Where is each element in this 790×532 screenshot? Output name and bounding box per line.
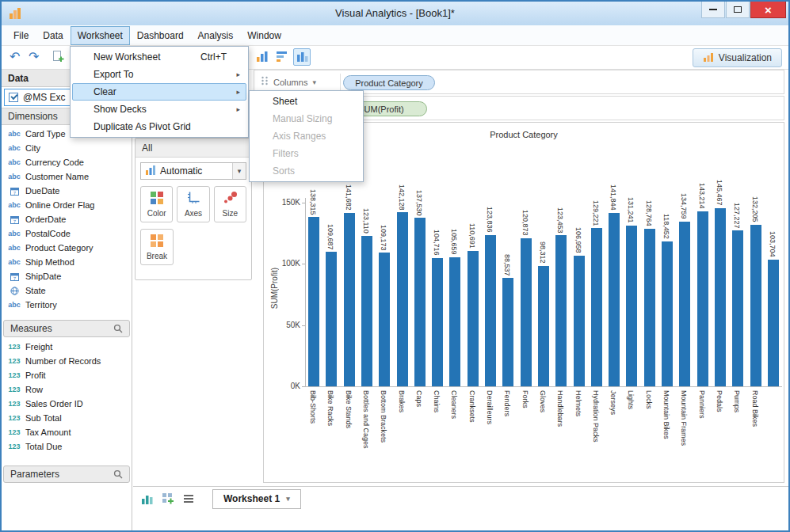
bar[interactable]	[574, 256, 585, 386]
new-grid-icon[interactable]	[162, 492, 174, 505]
field-label: Sub Total	[25, 413, 62, 423]
bar[interactable]	[502, 278, 513, 386]
bar[interactable]	[697, 211, 708, 387]
minimize-button[interactable]	[701, 2, 725, 18]
close-button[interactable]: ×	[750, 2, 786, 18]
bar-value-label: 118,452	[662, 214, 670, 239]
bar[interactable]	[679, 222, 690, 386]
chevron-down-icon[interactable]: ▾	[312, 78, 316, 86]
bar[interactable]	[591, 228, 602, 386]
bar[interactable]	[432, 258, 443, 386]
measures-header: Measures	[3, 320, 130, 337]
dimension-shipdate[interactable]: 7ShipDate	[2, 269, 132, 283]
bar[interactable]	[326, 252, 337, 386]
bar[interactable]	[468, 251, 479, 386]
bar[interactable]	[449, 257, 460, 386]
dimension-customer-name[interactable]: abcCustomer Name	[2, 169, 132, 184]
bar-value-label: 106,958	[574, 227, 582, 253]
menu-item-export-to[interactable]: Export To▸	[72, 66, 246, 83]
menubar-item-data[interactable]: Data	[36, 26, 70, 45]
measure-total-due[interactable]: 123Total Due	[2, 439, 132, 454]
deck-button-break[interactable]: Break	[140, 229, 174, 265]
bar[interactable]	[485, 235, 496, 387]
search-icon[interactable]	[113, 469, 123, 479]
bar[interactable]	[344, 213, 355, 386]
bar[interactable]	[538, 266, 549, 386]
dimension-online-order-flag[interactable]: abcOnline Order Flag	[2, 198, 132, 212]
redo-button[interactable]: ↷	[29, 49, 39, 64]
bar-value-label: 132,205	[751, 196, 759, 222]
pill-product-category[interactable]: Product Category	[343, 75, 435, 90]
dimension-orderdate[interactable]: 7OrderDate	[2, 212, 132, 226]
dimension-duedate[interactable]: 7DueDate	[2, 184, 132, 198]
visualization-button[interactable]: Visualization	[693, 48, 782, 67]
bar[interactable]	[414, 218, 426, 386]
submenu-item-sheet[interactable]: Sheet	[251, 93, 361, 110]
menubar-item-file[interactable]: File	[6, 26, 36, 45]
bar[interactable]	[397, 212, 408, 386]
bar[interactable]	[662, 241, 673, 386]
menu-item-clear[interactable]: Clear▸	[72, 83, 246, 101]
drag-handle-icon[interactable]	[261, 76, 269, 88]
bar[interactable]	[361, 236, 372, 386]
menubar-item-worksheet[interactable]: Worksheet	[71, 26, 130, 45]
field-label: Currency Code	[25, 158, 84, 167]
bar[interactable]	[644, 229, 655, 386]
menu-item-duplicate-as-pivot-grid[interactable]: Duplicate As Pivot Grid	[72, 118, 246, 135]
menubar-item-analysis[interactable]: Analysis	[191, 26, 241, 45]
chevron-down-icon[interactable]: ▾	[232, 163, 246, 179]
clear-submenu: SheetManual SizingAxis RangesFiltersSort…	[249, 90, 364, 182]
toolbar-chart-button-2[interactable]	[273, 48, 291, 66]
checkbox-checked-icon[interactable]	[9, 93, 18, 102]
measure-sales-order-id[interactable]: 123Sales Order ID	[2, 397, 132, 411]
search-icon[interactable]	[113, 324, 123, 333]
measure-freight[interactable]: 123Freight	[2, 340, 132, 354]
deck-mode-select[interactable]: Automatic ▾	[140, 162, 246, 180]
dimension-territory[interactable]: abcTerritory	[2, 298, 132, 312]
menu-item-label: New Worksheet	[94, 51, 160, 63]
bar[interactable]	[379, 253, 390, 386]
new-page-button[interactable]	[49, 48, 67, 66]
bar[interactable]	[768, 260, 779, 386]
bar[interactable]	[609, 213, 620, 386]
measure-row[interactable]: 123Row	[2, 382, 132, 397]
x-axis-label: Chains	[433, 390, 441, 412]
deck-button-color[interactable]: Color	[140, 186, 173, 222]
toolbar-chart-button-1[interactable]	[254, 48, 271, 66]
menubar-item-dashboard[interactable]: Dashboard	[130, 26, 191, 45]
bar[interactable]	[521, 238, 532, 386]
list-view-icon[interactable]	[182, 492, 195, 505]
deck-button-size[interactable]: Size	[214, 186, 246, 222]
measure-profit[interactable]: 123Profit	[2, 368, 132, 382]
menu-item-show-decks[interactable]: Show Decks▸	[72, 101, 246, 118]
dimension-city[interactable]: abcCity	[2, 141, 132, 155]
dimension-state[interactable]: State	[2, 283, 132, 298]
bar[interactable]	[715, 208, 726, 386]
new-worksheet-chart-icon[interactable]	[141, 492, 154, 505]
measure-tax-amount[interactable]: 123Tax Amount	[2, 425, 132, 439]
dimension-currency-code[interactable]: abcCurrency Code	[2, 155, 132, 169]
bar-value-label: 129,221	[592, 200, 600, 226]
toolbar-chart-button-3[interactable]	[293, 48, 311, 66]
menubar-item-window[interactable]: Window	[240, 26, 288, 45]
bar[interactable]	[732, 230, 743, 386]
deck-button-axes[interactable]: Axes	[177, 186, 209, 222]
dimension-product-category[interactable]: abcProduct Category	[2, 241, 132, 255]
bar[interactable]	[750, 225, 761, 387]
x-axis-label: Derailleurs	[486, 390, 494, 424]
submenu-item-sorts: Sorts	[251, 162, 361, 180]
measure-number-of-records[interactable]: 123Number of Records	[2, 354, 132, 368]
bar[interactable]	[308, 217, 319, 386]
bar[interactable]	[555, 235, 567, 386]
dimension-ship-method[interactable]: abcShip Method	[2, 255, 132, 269]
x-axis-label: Bottles and Cages	[362, 390, 370, 449]
x-axis-label: Lights	[627, 390, 635, 409]
bar[interactable]	[626, 226, 637, 386]
dimension-postalcode[interactable]: abcPostalCode	[2, 226, 132, 241]
menu-item-new-worksheet[interactable]: New WorksheetCtrl+T	[72, 48, 246, 66]
x-axis-label: Bottom Brackets	[380, 390, 387, 443]
maximize-button[interactable]	[726, 2, 750, 18]
measure-sub-total[interactable]: 123Sub Total	[2, 411, 132, 425]
undo-button[interactable]: ↶	[10, 49, 20, 64]
worksheet-tab[interactable]: Worksheet 1 ▾	[212, 489, 301, 509]
